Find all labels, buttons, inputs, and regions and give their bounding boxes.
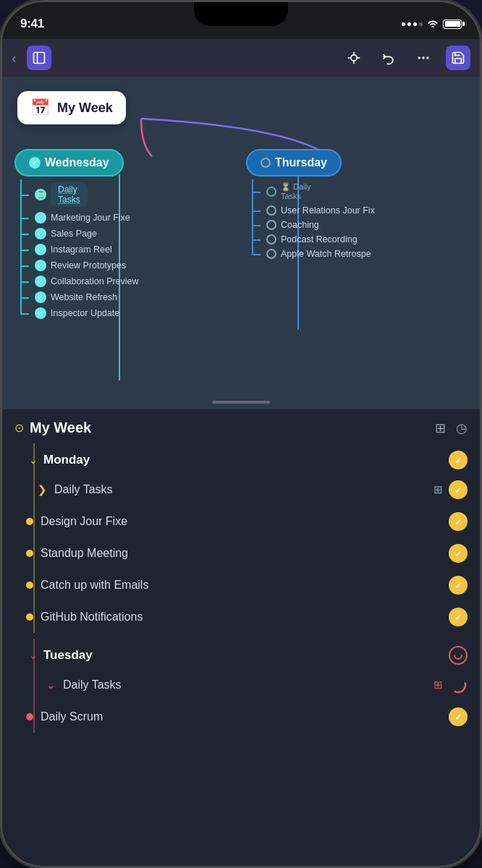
list-item: ✓ Sales Page — [29, 226, 232, 242]
list-header: ⊙ My Week ⊞ ◷ — [0, 409, 482, 443]
dt-check: ⏳ — [35, 189, 46, 200]
thursday-header: Thursday — [246, 149, 342, 176]
item-label: Inspector Update — [51, 308, 119, 318]
item-label: Coaching — [281, 220, 319, 230]
item-label: Catch up with Emails — [41, 579, 441, 592]
item-right: ✓ — [449, 707, 468, 726]
toolbar-left-icons — [27, 46, 342, 70]
dt-open-circle — [266, 187, 276, 197]
tuesday-title: Tuesday — [43, 648, 443, 663]
monday-daily-tasks-row[interactable]: ❯ Daily Tasks ⊞ ✓ — [0, 474, 482, 506]
item-check-icon: ✓ — [449, 544, 468, 563]
list-item: ✓ Review Prototypes — [29, 258, 232, 273]
tue-daily-tasks-spinner-icon — [449, 676, 468, 694]
item-label: User Relations Jour Fix — [281, 205, 375, 216]
list-item: ⏳ DailyTasks — [29, 179, 232, 210]
list-item: ✓ Collaboration Preview — [29, 273, 232, 289]
item-label: Standup Meeting — [41, 547, 441, 560]
list-item: Apple Watch Retrospe — [261, 247, 449, 261]
tue-daily-tasks-label: Daily Tasks — [63, 678, 426, 692]
item-label: Daily Scrum — [41, 710, 441, 723]
item-check: ✓ — [35, 276, 46, 287]
list-item: ✓ Website Refresh — [29, 289, 232, 305]
tuesday-section-row[interactable]: ⌄ Tuesday — [0, 639, 482, 669]
status-icons — [402, 18, 462, 30]
item-right: ✓ — [449, 608, 468, 626]
list-item: ✓ Marketing Jour Fixe — [29, 210, 232, 226]
list-item: ✓ Inspector Update — [29, 305, 232, 321]
tuesday-section: ⌄ Tuesday ⌄ Daily Tasks ⊞ — [0, 639, 482, 733]
thursday-circle — [261, 158, 271, 168]
image-icon[interactable]: ⊞ — [435, 420, 446, 436]
daily-tasks-image-icon: ⊞ — [434, 483, 443, 496]
item-check: ✓ — [35, 307, 46, 319]
list-item: ⏳ DailyTasks — [261, 179, 449, 203]
item-check: ✓ — [35, 292, 46, 303]
tue-daily-tasks-chevron-icon: ⌄ — [46, 678, 56, 692]
item-circle — [266, 249, 276, 259]
monday-title: Monday — [43, 453, 443, 467]
daily-tasks-right: ⊞ ✓ — [434, 480, 468, 499]
list-item: Podcast Recording — [261, 232, 449, 247]
list-area[interactable]: ⊙ My Week ⊞ ◷ ⌄ Monday ✓ ❯ Daily Tasks ⊞… — [0, 409, 482, 868]
svg-point-8 — [422, 56, 424, 59]
item-check-icon: ✓ — [449, 608, 468, 626]
list-title: My Week — [30, 420, 429, 436]
item-check: ✓ — [35, 228, 46, 239]
signal-dots — [402, 22, 423, 26]
list-item: User Relations Jour Fix — [261, 203, 449, 218]
list-item[interactable]: Catch up with Emails ✓ — [0, 569, 482, 601]
item-circle — [266, 234, 276, 244]
item-check: ✓ — [35, 244, 46, 255]
item-right: ✓ — [449, 576, 468, 595]
save-button[interactable] — [446, 46, 470, 70]
item-check-icon: ✓ — [449, 707, 468, 726]
undo-button[interactable] — [376, 46, 401, 70]
list-item[interactable]: Design Jour Fixe ✓ — [0, 506, 482, 537]
svg-point-7 — [418, 56, 420, 59]
item-check-icon: ✓ — [449, 576, 468, 595]
svg-point-12 — [454, 652, 462, 659]
list-item[interactable]: GitHub Notifications ✓ — [0, 601, 482, 633]
status-time: 9:41 — [20, 17, 44, 31]
battery-icon — [443, 20, 462, 29]
svg-point-9 — [426, 56, 428, 59]
more-button[interactable] — [411, 46, 436, 70]
item-label: DailyTasks — [51, 182, 88, 207]
list-item[interactable]: Daily Scrum ✓ — [0, 701, 482, 733]
sidebar-toggle-button[interactable] — [27, 46, 51, 70]
daily-tasks-chevron-icon: ❯ — [38, 483, 47, 496]
spinner-icon[interactable]: ◷ — [456, 420, 468, 436]
svg-point-2 — [351, 55, 357, 61]
grid-button[interactable] — [342, 46, 366, 70]
wifi-icon — [427, 18, 439, 30]
tue-daily-tasks-right: ⊞ — [434, 676, 468, 694]
bullet-icon — [26, 518, 33, 525]
bullet-icon — [26, 550, 33, 557]
list-item: Coaching — [261, 218, 449, 232]
thursday-branch: Thursday ⏳ DailyTasks User Relations Jou… — [246, 149, 449, 261]
root-icon: 📅 — [30, 98, 50, 117]
wednesday-branch: ✓ Wednesday ⏳ DailyTasks ✓ Marketing Jou… — [14, 149, 232, 321]
header-chevron-icon[interactable]: ⊙ — [14, 421, 24, 435]
item-label: Podcast Recording — [281, 234, 358, 244]
bullet-icon — [26, 713, 33, 720]
wednesday-check: ✓ — [29, 157, 41, 169]
tuesday-progress-icon — [449, 646, 468, 665]
item-check-icon: ✓ — [449, 512, 468, 531]
monday-section-row[interactable]: ⌄ Monday ✓ — [0, 443, 482, 474]
item-circle — [266, 220, 276, 230]
daily-tasks-check-icon: ✓ — [449, 480, 468, 499]
monday-check-icon: ✓ — [449, 451, 468, 469]
item-label: Collaboration Preview — [51, 276, 139, 286]
root-node: 📅 My Week — [17, 91, 126, 124]
list-item[interactable]: Standup Meeting ✓ — [0, 537, 482, 569]
tuesday-daily-tasks-row[interactable]: ⌄ Daily Tasks ⊞ — [0, 669, 482, 701]
svg-point-13 — [451, 678, 465, 692]
item-right: ✓ — [449, 544, 468, 563]
back-button[interactable]: ‹ — [12, 44, 24, 72]
item-circle — [266, 205, 276, 216]
item-label: Marketing Jour Fixe — [51, 213, 130, 223]
root-label: My Week — [57, 101, 113, 116]
item-label: Website Refresh — [51, 292, 117, 302]
